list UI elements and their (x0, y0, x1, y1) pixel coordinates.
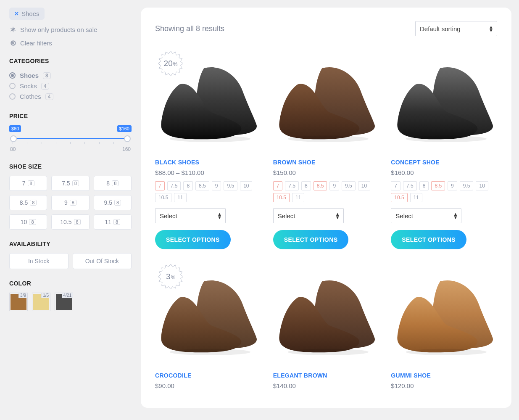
size-count: 8 (28, 180, 34, 186)
filter-size-9.5[interactable]: 9.58 (94, 195, 132, 210)
filter-size-9[interactable]: 98 (51, 195, 89, 210)
category-label: Shoes (20, 72, 39, 79)
size-option[interactable]: 7 (155, 181, 165, 190)
size-option[interactable]: 10.5 (155, 193, 171, 202)
product-price: $90.00 (155, 382, 261, 389)
size-option[interactable]: 8 (301, 181, 311, 190)
size-option[interactable]: 11 (410, 193, 422, 202)
filter-size-8[interactable]: 88 (94, 176, 132, 191)
results-count: Showing all 8 results (155, 24, 224, 33)
size-option[interactable]: 9.5 (460, 181, 474, 190)
price-min-label: $80 (9, 125, 21, 132)
category-label: Socks (20, 82, 37, 90)
category-count: 4 (41, 83, 49, 90)
category-socks[interactable]: Socks 4 (9, 81, 132, 91)
size-option[interactable]: 11 (174, 193, 186, 202)
product-image[interactable] (391, 48, 497, 153)
availability-in-stock[interactable]: In Stock (9, 253, 68, 269)
product-image[interactable] (273, 261, 379, 366)
product-sizes: 77.588.599.51010.511 (391, 181, 497, 202)
size-option[interactable]: 10 (476, 181, 488, 190)
select-options-button[interactable]: SELECT OPTIONS (273, 230, 349, 249)
sort-select[interactable]: Default sorting ▲▼ (415, 21, 497, 36)
price-slider[interactable]: $80 $160 (10, 128, 131, 145)
radio-icon (9, 93, 16, 100)
size-option[interactable]: 7.5 (403, 181, 417, 190)
section-shoe-size: SHOE SIZE (9, 163, 132, 170)
swatch-count: 4/21 (62, 293, 73, 298)
size-option[interactable]: 8.5 (431, 181, 445, 190)
variant-select[interactable]: Select▲▼ (391, 208, 461, 223)
size-option[interactable]: 7 (273, 181, 283, 190)
size-option[interactable]: 10 (358, 181, 370, 190)
filter-size-7[interactable]: 78 (9, 176, 47, 191)
chevron-updown-icon: ▲▼ (335, 212, 340, 219)
size-option[interactable]: 8 (183, 181, 193, 190)
variant-select[interactable]: Select▲▼ (273, 208, 344, 223)
size-option[interactable]: 8 (419, 181, 429, 190)
filter-size-10.5[interactable]: 10.58 (51, 214, 89, 230)
filter-size-7.5[interactable]: 7.58 (51, 176, 89, 191)
product-price: $140.00 (273, 382, 379, 389)
size-option[interactable]: 10.5 (273, 193, 290, 202)
section-price: PRICE (9, 113, 132, 119)
product-title[interactable]: ELEGANT BROWN (273, 372, 379, 379)
size-count: 8 (72, 180, 79, 186)
price-handle-min[interactable] (10, 135, 17, 142)
size-option[interactable]: 7.5 (167, 181, 181, 190)
size-option[interactable]: 9 (212, 181, 221, 190)
select-options-button[interactable]: SELECT OPTIONS (155, 230, 231, 249)
category-count: 4 (45, 93, 53, 100)
product-title[interactable]: CROCODILE (155, 372, 261, 379)
size-option[interactable]: 7 (391, 181, 400, 190)
product-image[interactable] (391, 261, 497, 366)
color-swatch-0[interactable]: 3/9 (9, 293, 28, 311)
product-title[interactable]: GUMMI SHOE (391, 372, 497, 379)
chevron-updown-icon: ▲▼ (489, 25, 493, 32)
section-categories: CATEGORIES (9, 58, 132, 64)
availability-out-of-stock[interactable]: Out Of Stock (73, 253, 132, 269)
product-price: $120.00 (391, 382, 497, 389)
size-option[interactable]: 9.5 (342, 181, 356, 190)
price-handle-max[interactable] (124, 135, 131, 142)
product-title[interactable]: BROWN SHOE (273, 159, 379, 166)
clear-filters-link[interactable]: Clear filters (9, 39, 132, 47)
svg-point-8 (288, 349, 369, 355)
size-option[interactable]: 11 (292, 193, 304, 202)
product-title[interactable]: CONCEPT SHOE (391, 159, 497, 166)
filter-size-11[interactable]: 118 (94, 214, 132, 230)
color-swatch-1[interactable]: 1/5 (32, 293, 50, 311)
price-axis-min: 80 (10, 146, 16, 152)
product-image[interactable]: 3% (155, 261, 261, 366)
size-count: 8 (70, 200, 76, 206)
size-option[interactable]: 8.5 (314, 181, 327, 190)
filter-size-10[interactable]: 108 (9, 214, 47, 230)
size-count: 8 (112, 180, 119, 186)
close-icon[interactable]: ✕ (14, 11, 19, 17)
size-option[interactable]: 10 (240, 181, 252, 190)
size-option[interactable]: 10.5 (391, 193, 407, 202)
select-options-button[interactable]: SELECT OPTIONS (391, 230, 466, 249)
product-image[interactable] (273, 48, 379, 153)
show-on-sale-link[interactable]: Show only products on sale (9, 26, 132, 33)
size-option[interactable]: 8.5 (195, 181, 209, 190)
product-card: GUMMI SHOE $120.00 (391, 261, 497, 394)
size-option[interactable]: 9.5 (224, 181, 237, 190)
filter-chip-shoes[interactable]: ✕ Shoes (9, 8, 45, 20)
size-option[interactable]: 7.5 (285, 181, 299, 190)
size-count: 8 (114, 200, 121, 206)
discount-badge: 20% (158, 50, 184, 77)
svg-marker-0 (10, 26, 16, 33)
category-clothes[interactable]: Clothes 4 (9, 91, 132, 102)
size-option[interactable]: 9 (448, 181, 457, 190)
size-option[interactable]: 9 (329, 181, 339, 190)
sidebar: ✕ Shoes Show only products on sale Clear… (0, 0, 141, 408)
svg-point-4 (288, 136, 369, 142)
filter-size-8.5[interactable]: 8.58 (9, 195, 47, 210)
category-shoes[interactable]: Shoes 8 (9, 70, 132, 81)
swatch-count: 1/5 (41, 293, 50, 298)
product-image[interactable]: 20% (155, 48, 261, 153)
color-swatch-2[interactable]: 4/21 (55, 293, 73, 311)
product-title[interactable]: BLACK SHOES (155, 159, 261, 166)
variant-select[interactable]: Select▲▼ (155, 208, 226, 223)
